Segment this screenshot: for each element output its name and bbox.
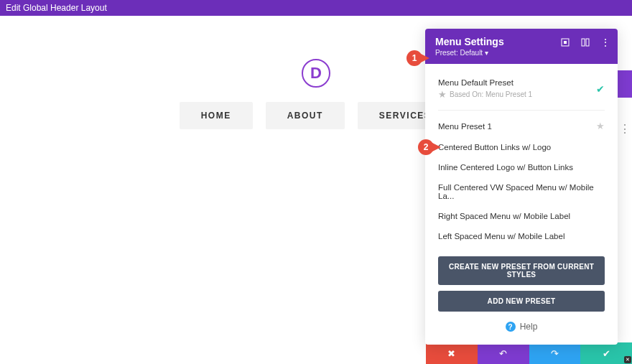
preset-item[interactable]: Left Spaced Menu w/ Mobile Label bbox=[438, 226, 605, 246]
star-icon: ★ bbox=[438, 89, 447, 100]
check-icon: ✔ bbox=[596, 83, 605, 95]
layout-icon[interactable] bbox=[580, 37, 590, 47]
panel-header: Menu Settings Preset: Default ▾ ⋮ bbox=[425, 29, 618, 64]
panel-header-icons: ⋮ bbox=[560, 37, 610, 47]
redo-button[interactable]: ↷ bbox=[529, 342, 581, 364]
preset-name: Menu Preset 1 bbox=[438, 122, 596, 131]
preset-default-basedon: Based On: Menu Preset 1 bbox=[450, 90, 532, 98]
preset-default-sub: ★ Based On: Menu Preset 1 bbox=[438, 89, 596, 100]
preset-default-name: Menu Default Preset bbox=[438, 78, 596, 87]
help-icon: ? bbox=[506, 322, 516, 332]
logo-letter: D bbox=[310, 64, 322, 83]
help-label: Help bbox=[520, 322, 538, 332]
nav-home[interactable]: HOME bbox=[180, 102, 253, 129]
action-bar: ✖ ↶ ↷ ✔ bbox=[426, 342, 632, 364]
undo-icon: ↶ bbox=[499, 348, 507, 359]
preset-default[interactable]: Menu Default Preset ★ Based On: Menu Pre… bbox=[438, 73, 605, 111]
preset-item[interactable]: Menu Preset 1 ★ bbox=[438, 115, 605, 137]
preset-name: Left Spaced Menu w/ Mobile Label bbox=[438, 232, 605, 241]
annotation-pointer-2: 2 bbox=[418, 139, 434, 155]
preset-name: Right Spaced Menu w/ Mobile Label bbox=[438, 212, 605, 220]
bg-kebab-icon[interactable]: ⋮ bbox=[619, 122, 626, 129]
pointer-badge: 2 bbox=[418, 139, 434, 155]
preset-item[interactable]: Full Centered VW Spaced Menu w/ Mobile L… bbox=[438, 177, 605, 206]
svg-rect-3 bbox=[586, 39, 589, 46]
annotation-pointer-1: 1 bbox=[406, 50, 422, 66]
menu-settings-panel: Menu Settings Preset: Default ▾ ⋮ Menu D… bbox=[425, 29, 618, 345]
preset-list: Menu Default Preset ★ Based On: Menu Pre… bbox=[425, 64, 618, 345]
undo-button[interactable]: ↶ bbox=[478, 342, 529, 364]
corner-close-icon[interactable]: ✕ bbox=[624, 356, 631, 363]
expand-icon[interactable] bbox=[560, 37, 570, 47]
pointer-badge: 1 bbox=[406, 50, 422, 66]
redo-icon: ↷ bbox=[551, 348, 559, 359]
svg-rect-1 bbox=[564, 41, 567, 44]
preset-name: Inline Centered Logo w/ Button Links bbox=[438, 163, 605, 172]
nav-about[interactable]: ABOUT bbox=[266, 102, 345, 129]
close-icon: ✖ bbox=[447, 348, 455, 359]
add-preset-button[interactable]: ADD NEW PRESET bbox=[438, 291, 605, 312]
kebab-icon[interactable]: ⋮ bbox=[600, 37, 610, 47]
preset-item[interactable]: Centered Button Links w/ Logo bbox=[438, 137, 605, 157]
top-bar-title: Edit Global Header Layout bbox=[6, 3, 107, 13]
check-icon: ✔ bbox=[603, 348, 610, 359]
cancel-button[interactable]: ✖ bbox=[426, 342, 478, 364]
preset-item[interactable]: Right Spaced Menu w/ Mobile Label bbox=[438, 206, 605, 226]
create-preset-button[interactable]: CREATE NEW PRESET FROM CURRENT STYLES bbox=[438, 256, 605, 285]
preset-name: Full Centered VW Spaced Menu w/ Mobile L… bbox=[438, 183, 605, 200]
preset-item[interactable]: Inline Centered Logo w/ Button Links bbox=[438, 157, 605, 177]
preset-name: Centered Button Links w/ Logo bbox=[438, 143, 605, 151]
preset-dropdown[interactable]: Preset: Default ▾ bbox=[435, 49, 608, 57]
logo[interactable]: D bbox=[302, 59, 330, 88]
star-icon[interactable]: ★ bbox=[596, 121, 605, 131]
svg-rect-2 bbox=[582, 39, 585, 46]
top-bar: Edit Global Header Layout bbox=[0, 0, 632, 16]
help-row[interactable]: ? Help bbox=[438, 312, 605, 333]
